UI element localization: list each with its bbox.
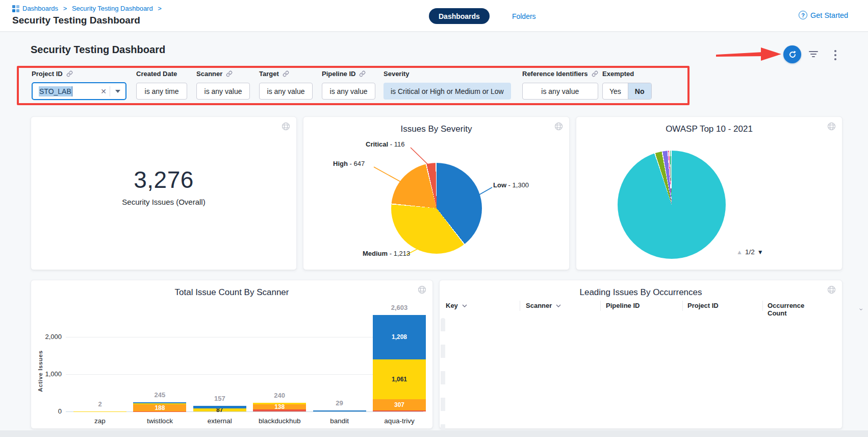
- breadcrumb-separator: >: [61, 5, 69, 12]
- empty-table-row-stripes: [441, 318, 445, 437]
- owasp-pie[interactable]: [618, 151, 726, 259]
- breadcrumb: Dashboards > Security Testing Dashboard …: [12, 5, 164, 12]
- breadcrumb-separator: >: [156, 5, 164, 12]
- column-header-occurrence-count[interactable]: Occurrence Count: [768, 302, 862, 317]
- gridline: [66, 411, 423, 412]
- filter-label-text: Exempted: [602, 70, 634, 78]
- annotation-red-arrow: [716, 46, 782, 62]
- severity-label-low: Low - 1,300: [493, 181, 529, 189]
- link-icon: [226, 70, 233, 77]
- page-indicator: 1/2: [745, 248, 755, 256]
- bar-segment-high-aqua-trivy: 307: [373, 399, 426, 410]
- filter-scanner: Scanner is any value: [196, 70, 250, 100]
- dropdown-caret-button[interactable]: [110, 83, 125, 99]
- help-icon: ?: [799, 11, 807, 19]
- severity-pie[interactable]: [391, 163, 482, 254]
- severity-name: High: [333, 160, 348, 167]
- card-issues-by-severity: Issues By Severity Critical - 116 High -…: [303, 116, 570, 270]
- bar-total-label: 240: [253, 392, 306, 399]
- column-header-project-id[interactable]: Project ID: [687, 302, 719, 309]
- bar-total-label: 157: [193, 395, 246, 402]
- column-header-pipeline-id[interactable]: Pipeline ID: [606, 302, 640, 309]
- filter-target: Target is any value: [259, 70, 313, 100]
- get-started-label: Get Started: [810, 11, 848, 19]
- scanner-value[interactable]: is any value: [196, 83, 250, 100]
- card-security-issues-overall: 3,276 Security Issues (Overall): [31, 116, 297, 270]
- leader-critical: [411, 148, 429, 165]
- gridline: [66, 337, 423, 337]
- tab-folders[interactable]: Folders: [512, 12, 536, 20]
- filter-pipeline-id: Pipeline ID is any value: [322, 70, 375, 100]
- severity-count: 647: [353, 160, 365, 167]
- get-started-link[interactable]: ? Get Started: [799, 11, 848, 19]
- tab-group: Dashboards Folders: [429, 8, 536, 24]
- page-bottom-strip: [0, 430, 868, 437]
- y-tick-label: 0: [35, 407, 62, 415]
- link-icon: [66, 70, 73, 77]
- filter-exempted: Exempted Yes No: [602, 70, 652, 100]
- bar-segment-low-twistlock: [133, 402, 186, 403]
- filter-project-id-label: Project ID: [32, 70, 126, 77]
- bar-total-label: 2: [73, 400, 126, 408]
- overall-issues-value: 3,276: [31, 166, 296, 193]
- bar-segment-value: 138: [274, 403, 285, 410]
- y-tick-label: 1,000: [35, 370, 62, 378]
- column-label: Project ID: [687, 302, 719, 309]
- page-title: Security Testing Dashboard: [12, 15, 140, 26]
- column-divider: [682, 301, 683, 311]
- page-up-icon[interactable]: ▲: [736, 249, 743, 256]
- filter-label-text: Created Date: [136, 70, 177, 78]
- refresh-button[interactable]: [783, 45, 801, 63]
- bar-segment-value: 1,208: [392, 333, 407, 341]
- card-total-issue-count-by-scanner: Total Issue Count By Scanner Active Issu…: [31, 280, 433, 429]
- pipeline-id-value[interactable]: is any value: [322, 83, 375, 100]
- y-tick-label: 2,000: [35, 333, 62, 341]
- gridline: [66, 374, 423, 375]
- bar-segment-low-bandit: [313, 410, 366, 411]
- column-header-scanner[interactable]: Scanner: [526, 302, 561, 309]
- breadcrumb-dashboards[interactable]: Dashboards: [22, 5, 58, 12]
- exempted-yes-option[interactable]: Yes: [603, 83, 628, 99]
- tab-dashboards[interactable]: Dashboards: [429, 8, 490, 24]
- page-down-icon[interactable]: ▼: [757, 249, 763, 256]
- bar-segment-medium-twistlock: [133, 403, 186, 404]
- kebab-menu-icon[interactable]: [832, 50, 839, 60]
- filter-label-text: Reference Identifiers: [522, 70, 588, 78]
- exempted-no-option[interactable]: No: [628, 83, 651, 99]
- bar-segment-low-external: [193, 406, 246, 408]
- reference-identifiers-value[interactable]: is any value: [522, 83, 598, 100]
- breadcrumb-current-dashboard[interactable]: Security Testing Dashboard: [72, 5, 153, 12]
- separator: -: [348, 160, 354, 167]
- globe-icon: [554, 122, 563, 131]
- occurrences-table-title: Leading Issues By Occurrences: [440, 287, 842, 298]
- bar-total-label: 2,603: [373, 304, 426, 311]
- globe-icon: [827, 285, 836, 294]
- filter-label-text: Pipeline ID: [322, 70, 355, 78]
- bar-total-label: 29: [313, 399, 366, 407]
- filter-severity: Severity is Critical or High or Medium o…: [384, 70, 511, 100]
- leader-high: [374, 167, 403, 183]
- filter-label-text: Project ID: [32, 70, 63, 78]
- bar-segment-critical-aqua-trivy: [373, 410, 426, 411]
- project-id-input[interactable]: STO_LAB ✕: [32, 82, 126, 100]
- link-icon: [592, 70, 598, 77]
- card-owasp-top10: OWASP Top 10 - 2021 ▲ 1/2 ▼: [576, 116, 843, 270]
- bar-segment-high-twistlock: 188: [133, 404, 186, 411]
- clear-icon[interactable]: ✕: [97, 87, 110, 95]
- separator: -: [388, 140, 394, 148]
- column-header-key[interactable]: Key: [446, 302, 467, 309]
- filter-label-text: Severity: [384, 70, 410, 78]
- bar-segment-medium-blackduckhub: [253, 403, 306, 404]
- severity-count: 1,213: [394, 250, 411, 257]
- filter-icon[interactable]: [808, 51, 819, 58]
- target-value[interactable]: is any value: [259, 83, 313, 100]
- sort-chevron-icon: [462, 304, 467, 307]
- link-icon: [359, 70, 366, 77]
- dashboards-grid-icon: [12, 5, 19, 12]
- severity-value-chip[interactable]: is Critical or High or Medium or Low: [384, 83, 511, 100]
- refresh-icon: [788, 50, 797, 59]
- dashboard-section-title: Security Testing Dashboard: [31, 44, 165, 56]
- bar-total-label: 245: [133, 391, 186, 399]
- created-date-value[interactable]: is any time: [136, 83, 187, 100]
- severity-name: Medium: [363, 250, 388, 257]
